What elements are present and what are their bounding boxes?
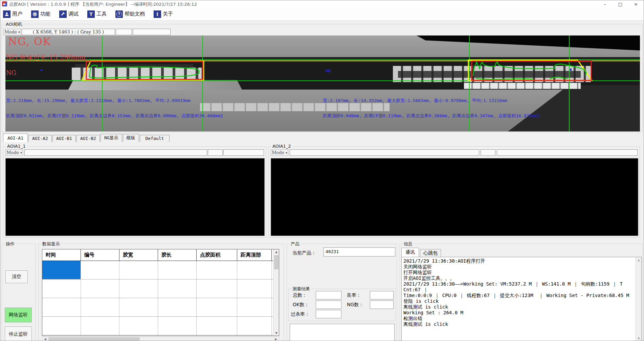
camera-group-label: AOI相机	[5, 21, 23, 27]
chevron-down-icon[interactable]: ∨	[636, 336, 642, 341]
tab-aoi-b2[interactable]: AOI-B2	[76, 135, 100, 142]
aoia1-1-image-view[interactable]	[5, 158, 265, 236]
camera-field-2[interactable]	[116, 29, 132, 35]
table-cell[interactable]	[197, 317, 237, 335]
camera-image[interactable]: NG, OK NG:胶体过长:15.290mm, NG OK 宽:2.218mm…	[5, 35, 640, 131]
overkill-field[interactable]	[316, 310, 341, 318]
table-cell[interactable]	[197, 279, 237, 298]
table-cell[interactable]	[158, 279, 197, 298]
clear-button[interactable]: 清空	[5, 270, 28, 283]
aoia1-2-field-2[interactable]	[481, 149, 495, 156]
table-cell[interactable]	[81, 317, 119, 335]
current-product-field[interactable]: 40231	[324, 247, 395, 257]
table-cell[interactable]	[197, 335, 237, 336]
table-cell[interactable]	[81, 279, 119, 298]
toolbar-item-tools[interactable]: T 工具	[87, 9, 107, 19]
toolbar-item-function[interactable]: 功能	[31, 9, 50, 19]
aoia1-2-field-1[interactable]	[290, 149, 479, 156]
aoia1-1-field-3[interactable]	[223, 149, 264, 156]
table-cell[interactable]	[158, 335, 197, 336]
network-listen-button[interactable]: 网络监听	[5, 308, 32, 322]
aoia1-1-field-1[interactable]	[24, 149, 207, 156]
table-cell[interactable]	[237, 335, 272, 336]
table-cell[interactable]	[158, 261, 197, 279]
data-table: 时间编号胶宽胶长点胶面积距离顶部 ▲ ▼	[42, 249, 279, 336]
table-row	[42, 298, 279, 317]
log-scrollbar[interactable]: ∧ ∨	[636, 257, 641, 341]
close-button[interactable]: ×	[628, 0, 644, 8]
tab-ng-display[interactable]: NG显示	[101, 134, 122, 142]
aoia1-2-group: AOIA1_2 Mode▾	[268, 146, 640, 238]
table-cell[interactable]	[237, 317, 272, 335]
communication-log[interactable]: 2021/7/29 11:36:30:AOI程序打开 关闭网络监听 打开网络监听…	[401, 257, 642, 341]
table-cell[interactable]	[42, 279, 81, 298]
table-cell[interactable]	[81, 335, 119, 336]
vscroll-thumb[interactable]	[274, 255, 279, 269]
column-header[interactable]: 编号	[81, 249, 119, 261]
column-header[interactable]: 时间	[42, 249, 81, 261]
minimize-button[interactable]: –	[597, 0, 613, 8]
tab-heartbeat[interactable]: 心跳包	[420, 249, 441, 257]
tab-aoi-a2[interactable]: AOI-A2	[28, 135, 52, 142]
table-cell[interactable]	[81, 298, 119, 316]
table-cell[interactable]	[237, 279, 272, 298]
chevron-down-icon: ▾	[286, 151, 287, 154]
aoia1-1-mode-dropdown[interactable]: Mode▾	[5, 149, 23, 156]
table-cell[interactable]	[119, 317, 158, 335]
scroll-down-icon[interactable]: ▼	[273, 331, 279, 336]
table-cell[interactable]	[237, 298, 272, 316]
table-cell[interactable]	[119, 298, 158, 316]
current-product-label: 当前产品：	[292, 250, 316, 256]
table-cell[interactable]	[119, 335, 158, 336]
tab-default[interactable]: Default	[140, 135, 170, 142]
ng-count-label: NG数：	[347, 302, 363, 308]
tab-template[interactable]: 模版	[123, 134, 139, 142]
table-cell[interactable]	[119, 261, 158, 279]
stop-listen-button[interactable]: 停止监听	[5, 326, 32, 341]
chevron-up-icon[interactable]: ∧	[636, 258, 642, 263]
table-cell[interactable]	[197, 261, 237, 279]
table-cell[interactable]	[81, 261, 119, 279]
column-header[interactable]: 距离顶部	[237, 249, 272, 261]
table-cell[interactable]	[42, 261, 81, 279]
table-cell[interactable]	[158, 298, 197, 316]
table-cell[interactable]	[119, 279, 158, 298]
tab-aoi-a1[interactable]: AOI-A1	[3, 133, 28, 142]
toolbar-item-debug[interactable]: 调试	[59, 9, 79, 19]
table-row	[42, 261, 279, 279]
toolbar-item-about[interactable]: i 关于	[154, 9, 173, 19]
scroll-up-icon[interactable]: ▲	[273, 249, 279, 254]
column-header[interactable]: 胶长	[158, 249, 197, 261]
aoia1-2-image-view[interactable]	[271, 158, 638, 236]
table-horizontal-scrollbar[interactable]: ◀ ▶	[42, 337, 279, 341]
tab-aoi-b1[interactable]: AOI-B1	[52, 135, 76, 142]
total-field[interactable]	[316, 291, 341, 299]
yield-field[interactable]	[370, 291, 394, 299]
column-header[interactable]: 点胶面积	[197, 249, 237, 261]
toolbar-item-help[interactable]: ? 帮助文档	[115, 9, 145, 19]
table-cell[interactable]	[42, 298, 81, 316]
hscroll-thumb[interactable]	[48, 337, 140, 341]
ng-count-field[interactable]	[370, 300, 394, 309]
aoia1-1-field-2[interactable]	[208, 149, 223, 156]
table-vertical-scrollbar[interactable]: ▲ ▼	[273, 249, 279, 336]
column-header[interactable]: 胶宽	[119, 249, 158, 261]
scroll-left-icon[interactable]: ◀	[42, 337, 48, 341]
table-cell[interactable]	[42, 335, 81, 336]
camera-field-3[interactable]	[133, 29, 171, 35]
table-cell[interactable]	[158, 317, 197, 335]
aoia1-2-field-3[interactable]	[497, 149, 638, 156]
camera-coordinate-readout[interactable]: ( X 6568, Y 1463 ) : ( Gray 135 )	[22, 29, 115, 35]
ok-count-field[interactable]	[316, 300, 341, 309]
tab-communication[interactable]: 通讯	[401, 248, 419, 257]
maximize-button[interactable]: □	[613, 0, 628, 8]
table-cell[interactable]	[42, 317, 81, 335]
product-note-box[interactable]	[290, 324, 395, 341]
table-cell[interactable]	[237, 261, 272, 279]
aoia1-2-label: AOIA1_2	[271, 144, 292, 149]
toolbar-item-user[interactable]: 用户	[3, 9, 22, 19]
camera-mode-dropdown[interactable]: Mode▾	[3, 29, 21, 35]
aoia1-2-mode-dropdown[interactable]: Mode▾	[271, 149, 288, 156]
scroll-right-icon[interactable]: ▶	[273, 337, 279, 341]
table-cell[interactable]	[197, 298, 237, 316]
